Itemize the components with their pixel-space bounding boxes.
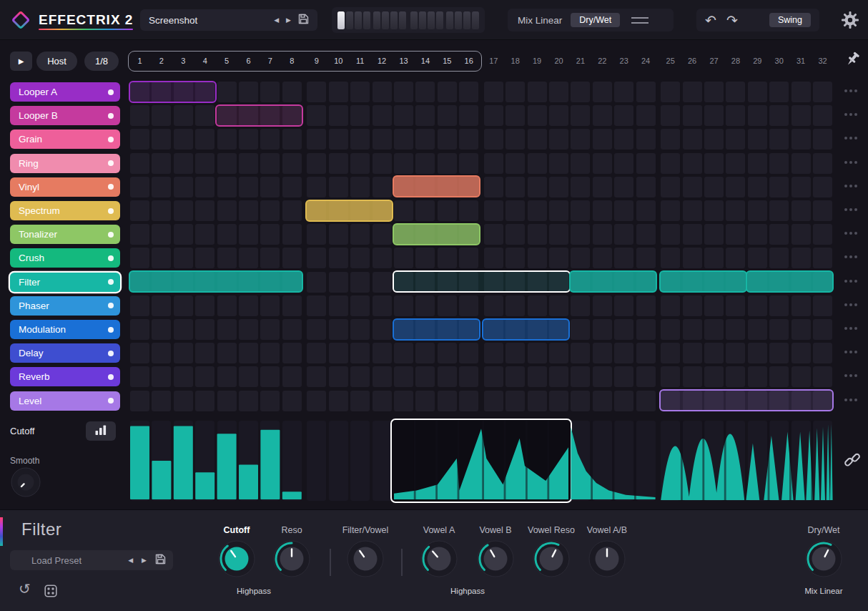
grid-cell[interactable] [174,224,193,245]
grid-cell[interactable] [661,177,680,197]
grid-cell[interactable] [505,248,525,268]
sequencer-cell[interactable] [769,421,789,501]
grid-cell[interactable] [239,200,258,221]
redo-icon[interactable]: ↷ [726,14,738,27]
grid-cell[interactable] [549,153,568,174]
grid-cell[interactable] [260,366,280,387]
grid-cell[interactable] [438,153,457,174]
step-number[interactable]: 26 [683,57,702,65]
grid-cell[interactable] [394,295,413,316]
grid-cell[interactable] [505,343,525,363]
grid-cell[interactable] [505,295,525,316]
sequencer-cell[interactable] [748,421,767,501]
sequencer-cell[interactable] [791,421,811,501]
step-number[interactable]: 18 [505,57,525,65]
grid-cell[interactable] [329,366,348,387]
grid-cell[interactable] [636,319,656,340]
grid-cell[interactable] [350,129,370,150]
grid-cell[interactable] [438,82,457,102]
grid-cell[interactable] [415,248,435,268]
pattern-slot-8[interactable] [399,11,406,29]
row-menu-dots-icon[interactable] [844,208,857,211]
grid-cell[interactable] [152,153,171,174]
grid-cell[interactable] [260,82,280,102]
grid-cell[interactable] [505,153,525,174]
grid-cell[interactable] [661,200,680,221]
step-number[interactable]: 28 [726,57,745,65]
grid-cell[interactable] [614,82,633,102]
grid-cell[interactable] [593,224,612,245]
pattern-block-modulation[interactable] [393,318,480,341]
step-number[interactable]: 16 [459,57,478,65]
effect-enable-dot[interactable] [108,232,114,238]
grid-cell[interactable] [549,248,568,268]
sequencer-cell[interactable] [813,421,832,501]
grid-cell[interactable] [484,295,503,316]
effect-enable-dot[interactable] [108,160,114,166]
step-number[interactable]: 8 [282,57,302,65]
grid-cell[interactable] [217,248,237,268]
grid-cell[interactable] [505,366,525,387]
effect-enable-dot[interactable] [108,351,114,356]
grid-cell[interactable] [282,248,302,268]
effect-enable-dot[interactable] [108,327,114,333]
pattern-block-looper-a[interactable] [129,81,217,103]
grid-cell[interactable] [748,295,767,316]
grid-cell[interactable] [350,105,370,126]
pattern-slot-14[interactable] [455,11,462,29]
grid-cell[interactable] [661,129,680,150]
grid-cell[interactable] [571,248,590,268]
grid-cell[interactable] [683,343,702,363]
grid-cell[interactable] [282,82,302,102]
grid-cell[interactable] [282,391,302,411]
grid-cell[interactable] [329,129,348,150]
effect-row-crush[interactable]: Crush [10,248,120,268]
grid-cell[interactable] [415,82,435,102]
row-menu-dots-icon[interactable] [844,374,857,377]
effect-row-phaser[interactable]: Phaser [10,296,120,316]
grid-cell[interactable] [373,153,392,174]
grid-cell[interactable] [415,391,435,411]
filter-type-value[interactable]: Highpass [214,587,293,595]
grid-cell[interactable] [307,391,326,411]
grid-cell[interactable] [505,82,525,102]
grid-cell[interactable] [350,366,370,387]
effect-preset-next-button[interactable]: ▶ [142,557,147,564]
grid-cell[interactable] [636,391,656,411]
row-menu-dots-icon[interactable] [844,161,857,164]
grid-cell[interactable] [704,105,724,126]
grid-cell[interactable] [813,295,832,316]
sequencer-cell[interactable] [239,421,258,501]
grid-cell[interactable] [528,295,547,316]
grid-cell[interactable] [307,224,326,245]
grid-cell[interactable] [683,82,702,102]
knob-vowel-reso[interactable] [533,540,570,580]
grid-cell[interactable] [350,153,370,174]
grid-cell[interactable] [614,366,633,387]
row-menu-dots-icon[interactable] [844,232,857,235]
grid-cell[interactable] [661,105,680,126]
grid-cell[interactable] [217,343,237,363]
grid-cell[interactable] [769,319,789,340]
step-number[interactable]: 7 [260,57,280,65]
grid-cell[interactable] [769,177,789,197]
effect-row-level[interactable]: Level [10,391,120,411]
grid-cell[interactable] [438,129,457,150]
grid-cell[interactable] [813,343,832,363]
grid-cell[interactable] [748,177,767,197]
grid-cell[interactable] [528,82,547,102]
pattern-block-modulation[interactable] [482,318,570,341]
rate-button[interactable]: 1/8 [84,52,119,71]
grid-cell[interactable] [329,319,348,340]
row-menu-dots-icon[interactable] [844,327,857,330]
pattern-slot-13[interactable] [446,11,453,29]
link-icon[interactable] [843,451,862,472]
preset-name[interactable]: Screenshot [149,15,267,26]
pattern-slot-16[interactable] [472,11,479,29]
knob-reso[interactable] [273,540,310,580]
grid-cell[interactable] [329,295,348,316]
step-number[interactable]: 27 [704,57,724,65]
grid-cell[interactable] [505,391,525,411]
sequencer-cell[interactable] [683,421,702,501]
effect-row-grain[interactable]: Grain [10,129,120,149]
